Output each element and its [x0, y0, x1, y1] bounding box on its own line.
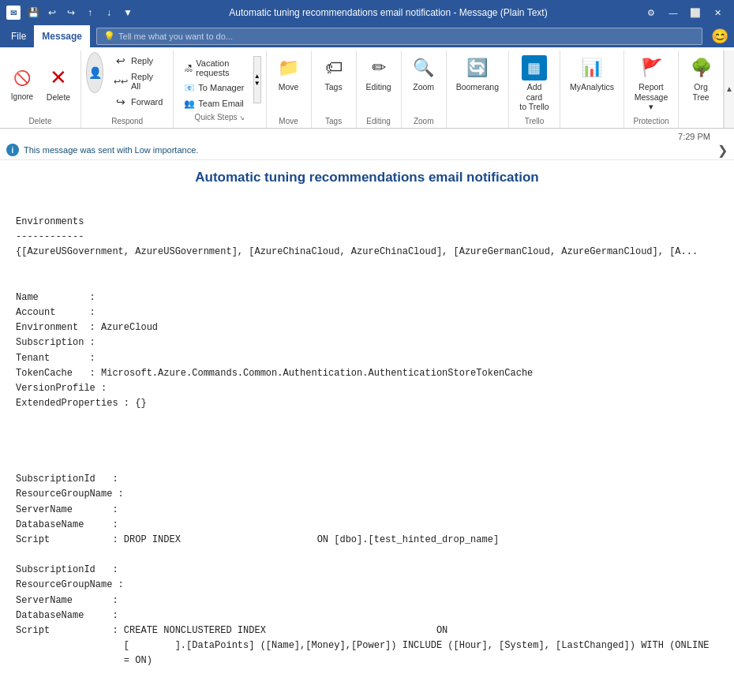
ignore-icon: 🚫: [9, 66, 35, 91]
delete-group-label: Delete: [29, 115, 52, 128]
reply-button[interactable]: ↩ Reply: [108, 52, 168, 69]
editing-label: Editing: [366, 82, 391, 92]
timestamp-bar: 7:29 PM: [0, 129, 734, 141]
myanalytics-button[interactable]: 📊 MyAnalytics: [565, 52, 619, 95]
myanalytics-icon: 📊: [579, 55, 605, 80]
save-qat-button[interactable]: 💾: [25, 5, 41, 21]
app-icon: ✉: [6, 6, 21, 20]
reply-all-button[interactable]: ↩↩ Reply All: [108, 69, 168, 93]
ribbon-group-trello: ▦ Add cardto Trello Trello: [509, 51, 560, 128]
redo-qat-button[interactable]: ↪: [63, 5, 79, 21]
to-manager-icon: 📧: [184, 83, 195, 93]
add-card-trello-button[interactable]: ▦ Add cardto Trello: [514, 52, 555, 115]
info-bar: i This message was sent with Low importa…: [0, 141, 734, 160]
tell-me-input[interactable]: [118, 32, 260, 41]
emoji-button[interactable]: 😊: [709, 25, 731, 47]
prev-qat-button[interactable]: ↑: [82, 5, 98, 21]
editing-button[interactable]: ✏ Editing: [361, 52, 396, 95]
ribbon-group-zoom: 🔍 Zoom Zoom: [402, 51, 447, 128]
scroll-down-icon: ▼: [254, 80, 260, 87]
maximize-button[interactable]: ⬜: [685, 5, 706, 21]
move-button[interactable]: 📁 Move: [272, 52, 306, 95]
ribbon-collapse-button[interactable]: ▲: [724, 51, 734, 128]
title-bar: ✉ 💾 ↩ ↪ ↑ ↓ ▼ Automatic tuning recommend…: [0, 0, 734, 25]
respond-stack: ↩ Reply ↩↩ Reply All ↪ Forward: [108, 52, 168, 110]
tags-button[interactable]: 🏷 Tags: [316, 52, 351, 95]
respond-group-label: Respond: [111, 115, 143, 128]
move-buttons: 📁 Move: [272, 52, 306, 115]
tell-me-search[interactable]: 💡: [96, 28, 702, 45]
forward-button[interactable]: ↪ Forward: [108, 93, 168, 110]
quick-steps-list: 🏖 Vacation requests 📧 To Manager 👥 Team …: [178, 56, 251, 111]
boomerang-button[interactable]: 🔄 Boomerang: [451, 52, 504, 95]
editing-buttons: ✏ Editing: [361, 52, 396, 115]
to-manager-button[interactable]: 📧 To Manager: [178, 80, 251, 95]
myanalytics-label: MyAnalytics: [570, 82, 614, 92]
quick-access-toolbar: 💾 ↩ ↪ ↑ ↓ ▼: [25, 5, 136, 21]
window-controls: ⚙ — ⬜ ✕: [641, 5, 728, 21]
zoom-button[interactable]: 🔍 Zoom: [406, 52, 441, 95]
add-card-trello-label: Add cardto Trello: [519, 82, 550, 112]
reply-all-icon: ↩↩: [114, 77, 128, 87]
boomerang-icon: 🔄: [465, 55, 490, 80]
ribbon-group-quick-steps: 🏖 Vacation requests 📧 To Manager 👥 Team …: [174, 51, 266, 128]
info-collapse-button[interactable]: ❯: [717, 143, 728, 158]
email-body-text: Environments ------------ {[AzureUSGover…: [16, 200, 718, 669]
editing-icon: ✏: [366, 55, 391, 80]
protection-buttons: 🚩 ReportMessage ▾: [629, 52, 673, 115]
respond-buttons: 👤 ↩ Reply ↩↩ Reply All ↪ Forward: [86, 52, 168, 115]
quick-steps-scroll[interactable]: ▲ ▼: [253, 56, 261, 103]
org-tree-label: OrgTree: [692, 82, 709, 102]
tags-buttons: 🏷 Tags: [316, 52, 351, 115]
boomerang-buttons: 🔄 Boomerang: [451, 52, 504, 124]
ribbon: 🚫 Ignore ✕ Delete Delete 👤 ↩ Reply: [0, 47, 734, 129]
vacation-icon: 🏖: [184, 63, 193, 73]
next-qat-button[interactable]: ↓: [101, 5, 117, 21]
info-icon: i: [6, 144, 19, 156]
settings-window-button[interactable]: ⚙: [641, 5, 661, 21]
org-tree-button[interactable]: 🌳 OrgTree: [683, 52, 718, 105]
scroll-up-icon: ▲: [254, 73, 260, 80]
team-email-label: Team Email: [198, 99, 243, 108]
delete-button[interactable]: ✕ Delete: [41, 62, 76, 106]
menu-item-message[interactable]: Message: [34, 25, 90, 47]
org-tree-buttons: 🌳 OrgTree: [683, 52, 718, 124]
undo-qat-button[interactable]: ↩: [44, 5, 60, 21]
zoom-buttons: 🔍 Zoom: [406, 52, 441, 115]
vacation-requests-button[interactable]: 🏖 Vacation requests: [178, 56, 251, 80]
forward-label: Forward: [131, 97, 163, 107]
trello-icon: ▦: [522, 55, 547, 80]
delete-icon: ✕: [46, 66, 71, 91]
more-qat-button[interactable]: ▼: [120, 5, 136, 21]
tags-label: Tags: [324, 82, 342, 92]
minimize-button[interactable]: —: [663, 5, 683, 21]
menu-bar: File Message 💡 😊: [0, 25, 734, 47]
report-message-label: ReportMessage ▾: [634, 82, 668, 112]
tags-icon: 🏷: [321, 55, 346, 80]
ribbon-group-org-tree: 🌳 OrgTree: [679, 51, 724, 128]
zoom-label: Zoom: [413, 82, 434, 92]
zoom-icon: 🔍: [411, 55, 436, 80]
email-body[interactable]: Environments ------------ {[AzureUSGover…: [0, 192, 734, 700]
team-email-button[interactable]: 👥 Team Email: [178, 96, 251, 111]
move-group-label: Move: [279, 115, 298, 128]
myanalytics-buttons: 📊 MyAnalytics: [565, 52, 619, 124]
protection-group-label: Protection: [633, 115, 668, 128]
org-tree-icon: 🌳: [688, 55, 713, 80]
editing-group-label: Editing: [366, 115, 391, 128]
trello-group-label: Trello: [525, 115, 545, 128]
ribbon-group-boomerang: 🔄 Boomerang: [447, 51, 509, 128]
ribbon-group-myanalytics: 📊 MyAnalytics: [560, 51, 624, 128]
title-bar-left: ✉ 💾 ↩ ↪ ↑ ↓ ▼: [6, 5, 136, 21]
reply-all-label: Reply All: [131, 72, 163, 91]
quick-steps-group-label: Quick Steps ↘: [178, 111, 260, 124]
menu-item-file[interactable]: File: [3, 25, 34, 47]
ribbon-group-tags: 🏷 Tags Tags: [312, 51, 357, 128]
ribbon-group-respond: 👤 ↩ Reply ↩↩ Reply All ↪ Forward Respond: [81, 51, 174, 128]
close-button[interactable]: ✕: [707, 5, 728, 21]
person-icon: 👤: [86, 52, 103, 93]
ignore-button[interactable]: 🚫 Ignore: [5, 62, 39, 105]
report-message-button[interactable]: 🚩 ReportMessage ▾: [629, 52, 673, 115]
team-email-icon: 👥: [184, 99, 195, 109]
vacation-label: Vacation requests: [196, 58, 245, 77]
